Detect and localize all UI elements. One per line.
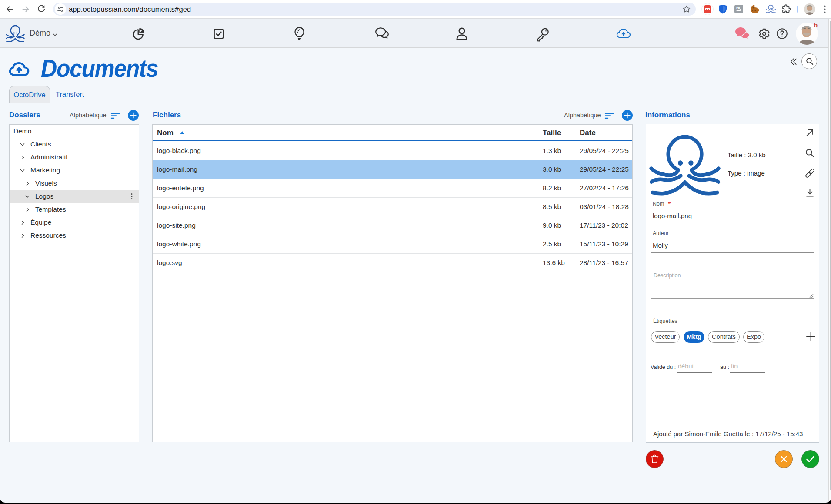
svg-text:NL: NL bbox=[736, 6, 741, 10]
